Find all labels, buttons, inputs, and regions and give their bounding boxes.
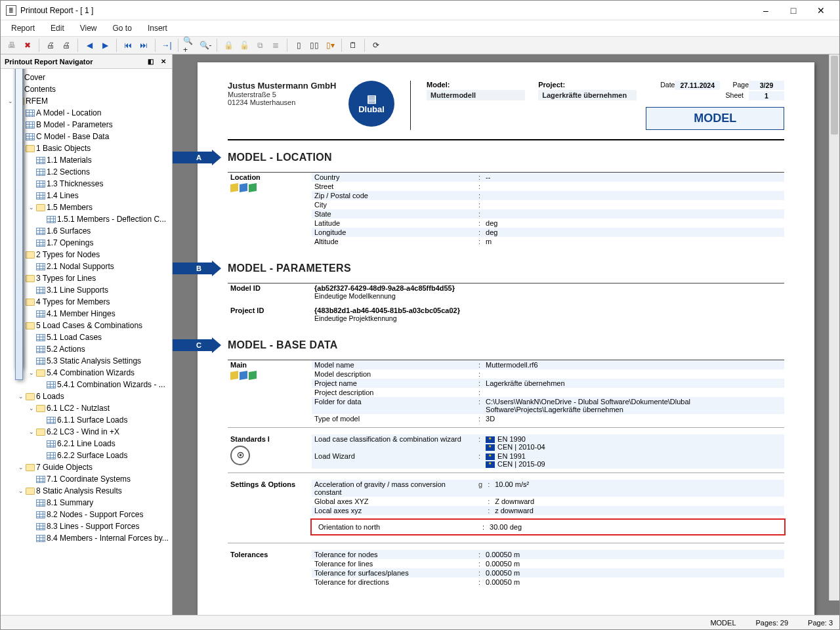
tree-item[interactable]: 8.2 Nodes - Support Forces <box>6 509 169 520</box>
maximize-button[interactable]: □ <box>780 2 807 19</box>
eu-flag-icon <box>486 436 495 443</box>
navigator-close-icon[interactable]: ✕ <box>159 57 168 66</box>
minimize-button[interactable]: – <box>753 2 779 19</box>
dlubal-logo: ▤ Dlubal <box>348 81 394 127</box>
tree-item[interactable]: ⌄6 Loads <box>6 390 169 402</box>
date-value: 27.11.2024 <box>675 81 720 90</box>
page-color-icon[interactable]: ▯▾ <box>323 38 337 52</box>
tree-item[interactable]: ⌄6.2 LC3 - Wind in +X <box>6 426 169 438</box>
section-a-badge: A <box>173 152 212 163</box>
tree-item[interactable]: 5.3 Static Analysis Settings <box>6 355 169 367</box>
tree-item[interactable]: 6.2.2 Surface Loads <box>6 450 169 461</box>
tree-item[interactable]: ⌄1.5 Members <box>6 201 169 213</box>
tree-item[interactable]: B Model - Parameters <box>6 119 169 131</box>
company-city: 01234 Musterhausen <box>228 98 339 106</box>
nav-first-icon[interactable]: ⏮ <box>121 38 135 52</box>
page-a-icon[interactable]: ▯ <box>291 38 306 52</box>
close-button[interactable]: ✕ <box>808 2 834 19</box>
tree-item[interactable]: 1.5.1 Members - Deflection C... <box>6 213 169 225</box>
lock-icon[interactable]: 🔒 <box>221 38 236 52</box>
nav-next-icon[interactable]: ▶ <box>98 38 112 52</box>
tree-item[interactable]: Contents <box>6 83 169 95</box>
nav-prev-icon[interactable]: ◀ <box>82 38 96 52</box>
tree-item[interactable]: ⌄7 Guide Objects <box>6 461 169 473</box>
menu-insert[interactable]: Insert <box>141 22 174 35</box>
tree-item[interactable]: ⌄5.4 Combination Wizards <box>6 367 169 379</box>
tree-item[interactable]: 2.1 Nodal Supports <box>6 261 169 272</box>
zoom-in-icon[interactable]: 🔍+ <box>182 38 197 52</box>
tree-item[interactable]: 1.6 Surfaces <box>6 225 169 237</box>
menu-goto[interactable]: Go to <box>106 22 138 35</box>
printer-icon[interactable]: 🖨 <box>43 38 58 52</box>
tree-item[interactable]: 6.1.1 Surface Loads <box>6 414 169 426</box>
tree-item[interactable]: ⌄2 Types for Nodes <box>6 249 169 261</box>
zoom-out-icon[interactable]: 🔍- <box>198 38 213 52</box>
goto-page-icon[interactable]: →| <box>159 38 174 52</box>
unlock-icon[interactable]: 🔓 <box>237 38 251 52</box>
navigator-dock-icon[interactable]: ◧ <box>146 57 155 66</box>
toolbar: 🖶 ✖ 🖨 🖨 ◀ ▶ ⏮ ⏭ →| 🔍+ 🔍- 🔒 🔓 ⧉ ≣ ▯ ▯▯ ▯▾… <box>1 36 839 54</box>
tree-item[interactable]: C Model - Base Data <box>6 131 169 142</box>
titlebar: ≣ Printout Report - [ 1 ] – □ ✕ <box>1 1 839 20</box>
standards-label: Standards I <box>230 435 270 443</box>
cubes-icon <box>230 184 309 192</box>
menu-view[interactable]: View <box>74 22 104 35</box>
tree-item[interactable]: ⌄RFEM <box>6 95 169 107</box>
menu-report[interactable]: Report <box>5 22 41 35</box>
model-id-label: Model ID <box>228 284 312 301</box>
sheet-label: Sheet <box>715 91 744 100</box>
nav-last-icon[interactable]: ⏭ <box>136 38 151 52</box>
project-label: Project: <box>538 81 637 89</box>
tree-item[interactable]: 7.1 Coordinate Systems <box>6 473 169 485</box>
page-label: Page <box>720 81 749 90</box>
document-area[interactable]: Justus Mustermann GmbH Musterstraße 5 01… <box>173 54 839 615</box>
tree-item[interactable]: 1.7 Openings <box>6 237 169 249</box>
statusbar: MODEL Pages: 29 Page: 3 <box>1 615 839 629</box>
tree-item[interactable]: ⌄6.1 LC2 - Nutzlast <box>6 402 169 414</box>
tree-item[interactable]: 6.2.1 Line Loads <box>6 438 169 450</box>
standards-icon: ⦿ <box>230 446 250 465</box>
project-id-label: Project ID <box>228 306 312 323</box>
page-value: 3/29 <box>749 81 784 90</box>
tree-item[interactable]: 1.3 Thicknesses <box>6 178 169 190</box>
tree-item[interactable]: 1.4 Lines <box>6 190 169 201</box>
refresh-icon[interactable]: ⟳ <box>369 38 383 52</box>
note-icon[interactable]: 🗒 <box>346 38 360 52</box>
model-label: Model: <box>427 81 525 89</box>
navigator-title: Printout Report Navigator <box>5 58 93 66</box>
company-name: Justus Mustermann GmbH <box>228 81 339 91</box>
section-a-title: MODEL - LOCATION <box>228 152 332 163</box>
tree-item[interactable]: Cover <box>6 72 169 83</box>
menubar: Report Edit View Go to Insert <box>1 20 839 36</box>
tree-item[interactable]: 5.2 Actions <box>6 343 169 355</box>
tree-item[interactable]: 1.2 Sections <box>6 166 169 178</box>
tree-item[interactable]: ⌄3 Types for Lines <box>6 272 169 284</box>
tree-item[interactable]: 8.4 Members - Internal Forces by... <box>6 532 169 544</box>
tree-item[interactable]: 5.4.1 Combination Wizards - ... <box>6 379 169 390</box>
group-icon[interactable]: ⧉ <box>253 38 267 52</box>
tree-item[interactable]: ⌄8 Static Analysis Results <box>6 485 169 497</box>
vertical-scrollbar[interactable] <box>829 54 839 600</box>
print-icon[interactable]: 🖶 <box>5 38 19 52</box>
section-b-title: MODEL - PARAMETERS <box>228 262 351 274</box>
section-c-title: MODEL - BASE DATA <box>228 339 338 351</box>
menu-edit[interactable]: Edit <box>44 22 71 35</box>
navigator-tree[interactable]: CoverContents⌄RFEMA Model - LocationB Mo… <box>1 69 172 615</box>
tree-item[interactable]: 1.1 Materials <box>6 154 169 166</box>
tree-item[interactable]: ⌄5 Load Cases & Combinations <box>6 320 169 331</box>
delete-icon[interactable]: ✖ <box>20 38 35 52</box>
tree-item[interactable]: 3.1 Line Supports <box>6 284 169 296</box>
tree-item[interactable]: 8.1 Summary <box>6 497 169 509</box>
list-icon[interactable]: ≣ <box>268 38 283 52</box>
page-b-icon[interactable]: ▯▯ <box>307 38 322 52</box>
tree-item[interactable]: ⌄1 Basic Objects <box>6 142 169 154</box>
print-all-icon[interactable]: 🖨 <box>59 38 74 52</box>
tree-item[interactable]: 5.1 Load Cases <box>6 331 169 343</box>
tree-item[interactable]: 8.3 Lines - Support Forces <box>6 520 169 532</box>
model-banner: MODEL <box>646 107 784 130</box>
tree-item[interactable]: A Model - Location <box>6 107 169 119</box>
section-c-badge: C <box>173 339 212 351</box>
tree-item[interactable]: ⌄4 Types for Members <box>6 296 169 308</box>
report-page: Justus Mustermann GmbH Musterstraße 5 01… <box>198 62 814 615</box>
tree-item[interactable]: 4.1 Member Hinges <box>6 308 169 320</box>
